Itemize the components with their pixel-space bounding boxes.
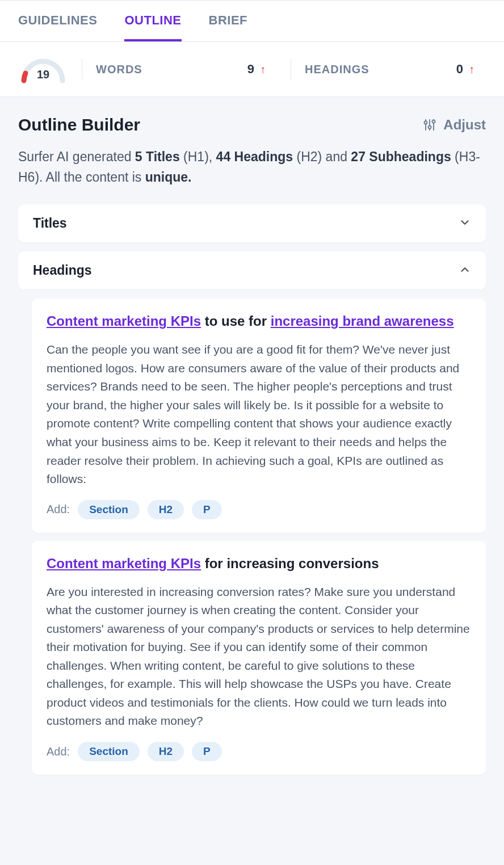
stat-headings-label: HEADINGS bbox=[305, 63, 369, 76]
adjust-label: Adjust bbox=[443, 117, 486, 133]
heading-card-body: Are you interested in increasing convers… bbox=[47, 583, 471, 730]
stat-words-value: 9 bbox=[247, 62, 254, 77]
add-label: Add: bbox=[47, 745, 70, 758]
page-title: Outline Builder bbox=[18, 115, 140, 135]
content-score-value: 19 bbox=[18, 68, 68, 81]
keyword-link[interactable]: Content marketing KPIs bbox=[47, 313, 201, 329]
panel-headings: Headings bbox=[18, 251, 486, 289]
add-section-button[interactable]: Section bbox=[78, 742, 140, 761]
stat-headings-value: 0 bbox=[456, 62, 463, 77]
add-section-button[interactable]: Section bbox=[78, 500, 140, 519]
intro-text: Surfer AI generated 5 Titles (H1), 44 He… bbox=[18, 147, 486, 187]
svg-point-1 bbox=[425, 121, 427, 124]
tab-outline[interactable]: OUTLINE bbox=[124, 1, 181, 41]
sliders-icon bbox=[423, 118, 436, 132]
stat-headings: HEADINGS 0 ↑ bbox=[305, 62, 486, 77]
add-row: Add: Section H2 P bbox=[47, 742, 471, 761]
tab-guidelines[interactable]: GUIDELINES bbox=[18, 1, 97, 41]
stat-words: WORDS 9 ↑ bbox=[96, 62, 277, 77]
divider bbox=[291, 58, 291, 80]
stats-bar: 19 WORDS 9 ↑ HEADINGS 0 ↑ bbox=[0, 42, 504, 97]
content-score-gauge: 19 bbox=[18, 53, 68, 85]
tab-brief[interactable]: BRIEF bbox=[209, 1, 248, 41]
panel-titles-label: Titles bbox=[33, 216, 67, 231]
heading-card-title: Content marketing KPIs for increasing co… bbox=[47, 553, 471, 574]
keyword-link[interactable]: Content marketing KPIs bbox=[47, 556, 201, 571]
heading-card: Content marketing KPIs for increasing co… bbox=[32, 541, 486, 775]
panel-titles-toggle[interactable]: Titles bbox=[33, 216, 471, 231]
panel-headings-label: Headings bbox=[33, 263, 92, 278]
add-h2-button[interactable]: H2 bbox=[148, 742, 184, 761]
content-area: Outline Builder Adjust Surfer AI generat… bbox=[0, 97, 504, 793]
panel-titles: Titles bbox=[18, 204, 486, 242]
add-p-button[interactable]: P bbox=[192, 742, 222, 761]
add-row: Add: Section H2 P bbox=[47, 500, 471, 519]
add-label: Add: bbox=[47, 503, 70, 516]
arrow-up-icon: ↑ bbox=[469, 63, 474, 76]
adjust-button[interactable]: Adjust bbox=[423, 117, 486, 133]
panel-headings-toggle[interactable]: Headings bbox=[33, 263, 471, 278]
chevron-up-icon bbox=[459, 263, 471, 278]
outline-header: Outline Builder Adjust bbox=[18, 115, 486, 135]
heading-card-body: Can the people you want see if you are a… bbox=[47, 341, 471, 488]
stat-words-label: WORDS bbox=[96, 63, 142, 76]
divider bbox=[82, 58, 82, 80]
top-tabs: GUIDELINES OUTLINE BRIEF bbox=[0, 0, 504, 42]
add-h2-button[interactable]: H2 bbox=[148, 500, 184, 519]
add-p-button[interactable]: P bbox=[192, 500, 222, 519]
heading-card-title: Content marketing KPIs to use for increa… bbox=[47, 311, 471, 331]
chevron-down-icon bbox=[459, 216, 471, 231]
svg-point-3 bbox=[429, 126, 431, 129]
arrow-up-icon: ↑ bbox=[260, 63, 266, 76]
keyword-link[interactable]: increasing brand awareness bbox=[271, 313, 454, 329]
svg-point-5 bbox=[432, 120, 435, 123]
heading-card: Content marketing KPIs to use for increa… bbox=[32, 299, 486, 532]
